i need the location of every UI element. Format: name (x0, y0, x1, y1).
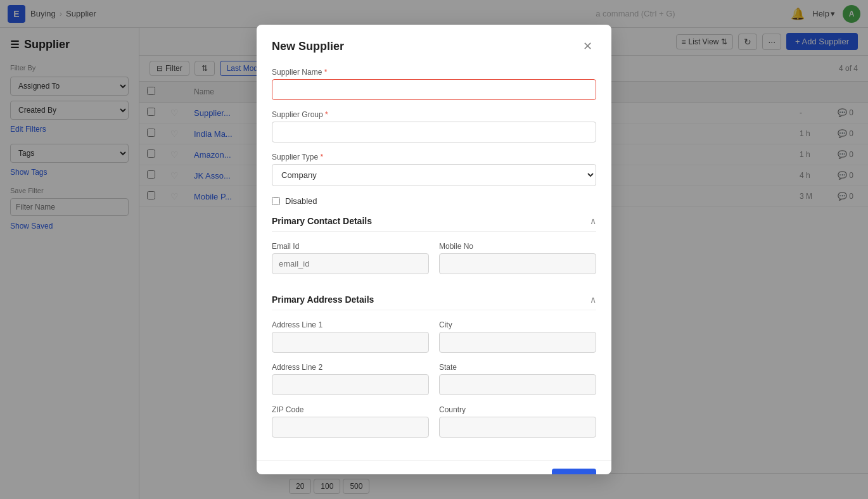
zip-label: ZIP Code (272, 405, 429, 414)
state-input[interactable] (439, 374, 596, 395)
address-line2-label: Address Line 2 (272, 363, 429, 372)
supplier-name-input[interactable] (272, 79, 596, 100)
supplier-group-label: Supplier Group * (272, 110, 596, 119)
city-input[interactable] (439, 332, 596, 353)
address-line1-group: Address Line 1 (272, 320, 429, 353)
city-label: City (439, 320, 596, 329)
mobile-input[interactable] (439, 253, 596, 274)
country-group: Country India (439, 405, 596, 438)
save-button[interactable]: Save (552, 469, 596, 474)
primary-address-section-header: Primary Address Details ∧ (272, 294, 596, 310)
modal-footer: ✏ Edit in full page Save (257, 460, 611, 474)
address-row-1: Address Line 1 City (272, 320, 596, 363)
required-mark: * (321, 153, 324, 161)
required-mark: * (324, 68, 328, 77)
modal-body: Supplier Name * Supplier Group * Supplie… (257, 65, 611, 460)
country-label: Country (439, 405, 596, 414)
disabled-checkbox[interactable] (272, 197, 280, 205)
supplier-type-select[interactable]: Company Individual (272, 164, 596, 186)
address-line1-label: Address Line 1 (272, 320, 429, 329)
email-label: Email Id (272, 242, 429, 251)
mobile-label: Mobile No (439, 242, 596, 251)
address-line2-group: Address Line 2 (272, 363, 429, 395)
supplier-name-group: Supplier Name * (272, 68, 596, 100)
required-mark: * (325, 110, 328, 119)
zip-group: ZIP Code (272, 405, 429, 438)
email-input[interactable] (272, 253, 429, 274)
state-label: State (439, 363, 596, 372)
email-group: Email Id (272, 242, 429, 274)
disabled-row: Disabled (272, 196, 596, 206)
modal-overlay: New Supplier ✕ Supplier Name * Supplier … (0, 0, 868, 499)
disabled-label: Disabled (285, 196, 317, 206)
city-group: City (439, 320, 596, 353)
collapse-address-icon[interactable]: ∧ (590, 294, 596, 305)
address-line2-input[interactable] (272, 374, 429, 395)
collapse-contact-icon[interactable]: ∧ (590, 216, 596, 226)
supplier-group-input[interactable] (272, 122, 596, 142)
new-supplier-modal: New Supplier ✕ Supplier Name * Supplier … (257, 25, 611, 474)
supplier-group-group: Supplier Group * (272, 110, 596, 142)
primary-address-title: Primary Address Details (272, 294, 374, 305)
supplier-name-label: Supplier Name * (272, 68, 596, 77)
contact-row: Email Id Mobile No (272, 242, 596, 284)
address-row-2: Address Line 2 State (272, 363, 596, 405)
supplier-type-label: Supplier Type * (272, 153, 596, 161)
modal-title: New Supplier (272, 40, 344, 53)
address-row-3: ZIP Code Country India (272, 405, 596, 448)
state-group: State (439, 363, 596, 395)
primary-contact-title: Primary Contact Details (272, 216, 372, 226)
supplier-type-group: Supplier Type * Company Individual (272, 153, 596, 186)
address-line1-input[interactable] (272, 332, 429, 353)
zip-input[interactable] (272, 417, 429, 438)
modal-close-button[interactable]: ✕ (578, 37, 596, 55)
country-input[interactable]: India (439, 417, 596, 438)
mobile-group: Mobile No (439, 242, 596, 274)
edit-full-page-button[interactable]: ✏ Edit in full page (272, 470, 339, 474)
primary-contact-section-header: Primary Contact Details ∧ (272, 216, 596, 232)
modal-header: New Supplier ✕ (257, 25, 611, 65)
